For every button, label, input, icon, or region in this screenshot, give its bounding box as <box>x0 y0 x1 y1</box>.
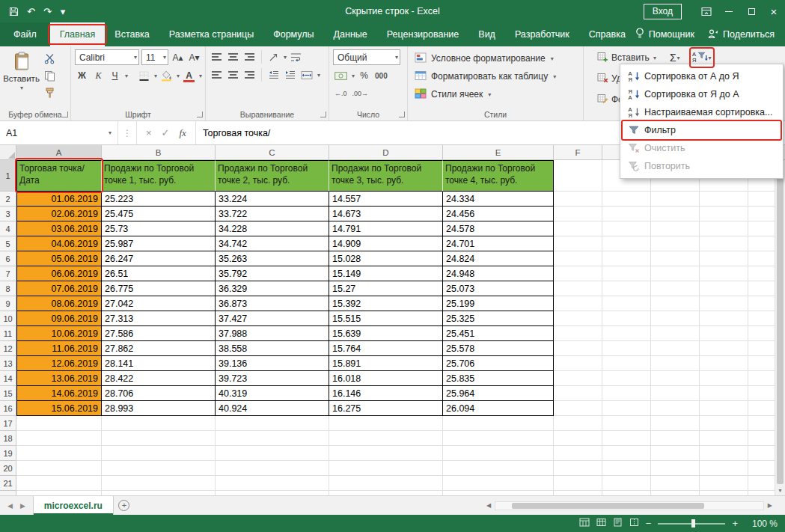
cell[interactable] <box>700 431 748 446</box>
cell[interactable]: 09.06.2019 <box>16 311 102 326</box>
cell[interactable] <box>651 266 700 281</box>
caret-down-icon[interactable]: ▾ <box>125 73 128 79</box>
cell[interactable] <box>554 461 602 476</box>
cell[interactable] <box>700 266 748 281</box>
cell[interactable] <box>602 476 651 491</box>
cell[interactable] <box>700 371 748 386</box>
share-button[interactable]: Поделиться <box>708 28 775 41</box>
cell[interactable] <box>554 401 602 416</box>
cell[interactable] <box>16 446 102 461</box>
cell[interactable]: 15.515 <box>329 311 443 326</box>
cell[interactable]: 25.451 <box>443 326 554 341</box>
row-header[interactable]: 7 <box>0 266 16 281</box>
cell[interactable] <box>216 476 329 491</box>
cell[interactable]: 24.701 <box>443 236 554 251</box>
cell[interactable]: 39.723 <box>216 371 329 386</box>
menu-item[interactable]: Фильтр <box>620 121 783 139</box>
cell[interactable] <box>748 192 775 207</box>
cell[interactable]: 16.018 <box>329 371 443 386</box>
cell[interactable]: 27.042 <box>102 296 216 311</box>
cell[interactable]: 40.319 <box>216 386 329 401</box>
column-header[interactable]: B <box>102 145 216 160</box>
cell[interactable] <box>651 461 700 476</box>
cell[interactable] <box>700 356 748 371</box>
cell[interactable]: 24.334 <box>443 192 554 207</box>
ribbon-tab[interactable]: Разработчик <box>505 22 579 46</box>
cell[interactable] <box>443 431 554 446</box>
cell[interactable] <box>216 416 329 431</box>
cell[interactable] <box>554 416 602 431</box>
cell[interactable] <box>651 281 700 296</box>
cell[interactable]: 14.06.2019 <box>16 386 102 401</box>
increase-indent-icon[interactable] <box>283 67 297 82</box>
italic-button[interactable]: К <box>91 68 106 83</box>
scroll-right-icon[interactable]: ▶ <box>766 502 775 509</box>
insert-function-icon[interactable]: fx <box>180 127 186 139</box>
cell[interactable] <box>748 221 775 236</box>
cell[interactable]: 25.475 <box>102 207 216 221</box>
cell[interactable] <box>554 221 602 236</box>
cell[interactable] <box>16 431 102 446</box>
column-header[interactable]: E <box>443 145 554 160</box>
cell[interactable]: 14.909 <box>329 236 443 251</box>
row-header[interactable]: 3 <box>0 207 16 221</box>
cell[interactable] <box>443 446 554 461</box>
zoom-out-icon[interactable]: − <box>646 518 652 529</box>
cell[interactable]: 25.964 <box>443 386 554 401</box>
row-header[interactable]: 4 <box>0 221 16 236</box>
cell[interactable] <box>700 461 748 476</box>
cell[interactable] <box>602 296 651 311</box>
format-as-table-button[interactable]: Форматировать как таблицу ▾ <box>412 67 579 85</box>
shrink-font-icon[interactable]: А▾ <box>187 50 201 65</box>
merge-center-icon[interactable] <box>299 67 314 82</box>
cell[interactable] <box>651 341 700 356</box>
ribbon-tab[interactable]: Разметка страницы <box>159 22 263 46</box>
select-all-corner[interactable] <box>0 145 16 160</box>
cell[interactable]: 34.742 <box>216 236 329 251</box>
underline-button[interactable]: Ч <box>108 68 122 83</box>
cell[interactable] <box>443 461 554 476</box>
cell[interactable] <box>748 446 775 461</box>
cell[interactable] <box>651 446 700 461</box>
cell[interactable] <box>651 356 700 371</box>
cell[interactable]: 39.136 <box>216 356 329 371</box>
cell[interactable] <box>748 386 775 401</box>
row-header[interactable]: 11 <box>0 326 16 341</box>
cell[interactable] <box>602 401 651 416</box>
zoom-slider[interactable] <box>658 523 725 525</box>
cell[interactable]: 25.325 <box>443 311 554 326</box>
name-box[interactable]: A1 ▾ <box>0 121 118 144</box>
caret-down-icon[interactable]: ▾ <box>317 72 320 79</box>
cell[interactable] <box>748 296 775 311</box>
cell[interactable]: 40.924 <box>216 401 329 416</box>
row-header[interactable]: 1 <box>0 160 16 192</box>
cell[interactable]: 25.987 <box>102 236 216 251</box>
align-center-icon[interactable] <box>226 67 240 82</box>
cell[interactable] <box>602 446 651 461</box>
cell[interactable] <box>102 431 216 446</box>
cell[interactable] <box>554 281 602 296</box>
cell[interactable] <box>602 207 651 221</box>
ribbon-tab[interactable]: Справка <box>579 22 635 46</box>
cell[interactable]: 24.948 <box>443 266 554 281</box>
cell[interactable]: 14.791 <box>329 221 443 236</box>
cell[interactable] <box>748 251 775 266</box>
dialog-launcher-icon[interactable] <box>399 111 405 117</box>
cell[interactable] <box>700 446 748 461</box>
cell[interactable] <box>651 371 700 386</box>
horizontal-scroll-thumb[interactable] <box>512 503 705 509</box>
cell[interactable] <box>554 160 602 192</box>
cell[interactable] <box>700 207 748 221</box>
cell[interactable] <box>700 236 748 251</box>
cell[interactable] <box>602 431 651 446</box>
cell[interactable] <box>554 476 602 491</box>
cell[interactable] <box>700 311 748 326</box>
cell[interactable] <box>651 192 700 207</box>
cell[interactable]: 10.06.2019 <box>16 326 102 341</box>
increase-decimal-icon[interactable]: ←.0 <box>333 86 349 101</box>
cell[interactable]: Продажи по Торговой точке 1, тыс. руб. <box>102 160 216 192</box>
menu-item[interactable]: АЯСортировка от А до Я <box>620 67 783 85</box>
row-header[interactable]: 10 <box>0 311 16 326</box>
row-header[interactable]: 19 <box>0 446 16 461</box>
cell[interactable]: 08.06.2019 <box>16 296 102 311</box>
